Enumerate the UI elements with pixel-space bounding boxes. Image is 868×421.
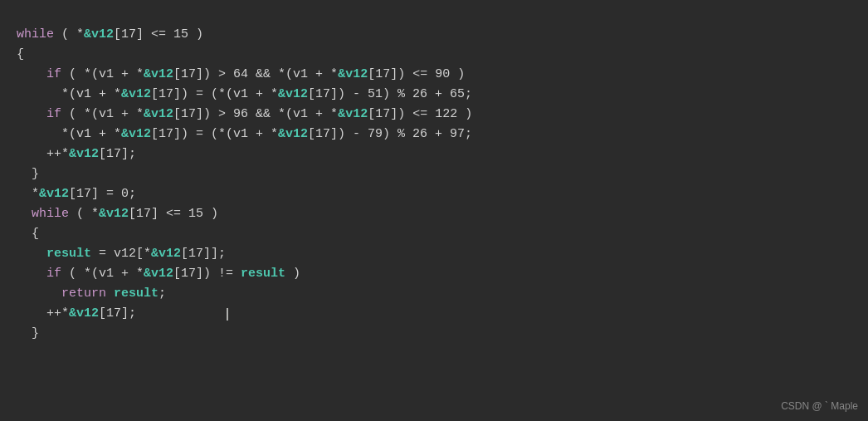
code-line: while ( *&v12[17] <= 15 ) (17, 25, 851, 45)
code-line: if ( *(v1 + *&v12[17]) > 96 && *(v1 + *&… (17, 105, 851, 125)
code-line: ++*&v12[17]; (17, 304, 851, 324)
code-line: *(v1 + *&v12[17]) = (*(v1 + *&v12[17]) -… (17, 125, 851, 144)
code-line: { (17, 224, 851, 244)
watermark-label: CSDN @ ` Maple (781, 399, 858, 414)
text-cursor (227, 308, 228, 321)
code-line: while ( *&v12[17] <= 15 ) (17, 204, 851, 224)
code-line: } (17, 324, 851, 344)
code-line: ++*&v12[17]; (17, 144, 851, 164)
code-block: while ( *&v12[17] <= 15 ){ if ( *(v1 + *… (0, 0, 868, 352)
code-line: result = v12[*&v12[17]]; (17, 244, 851, 264)
code-line: if ( *(v1 + *&v12[17]) != result ) (17, 264, 851, 284)
code-line: *&v12[17] = 0; (17, 184, 851, 204)
code-line: { (17, 45, 851, 65)
code-line: if ( *(v1 + *&v12[17]) > 64 && *(v1 + *&… (17, 65, 851, 85)
code-line: return result; (17, 284, 851, 304)
code-line: } (17, 164, 851, 184)
code-line: *(v1 + *&v12[17]) = (*(v1 + *&v12[17]) -… (17, 85, 851, 105)
